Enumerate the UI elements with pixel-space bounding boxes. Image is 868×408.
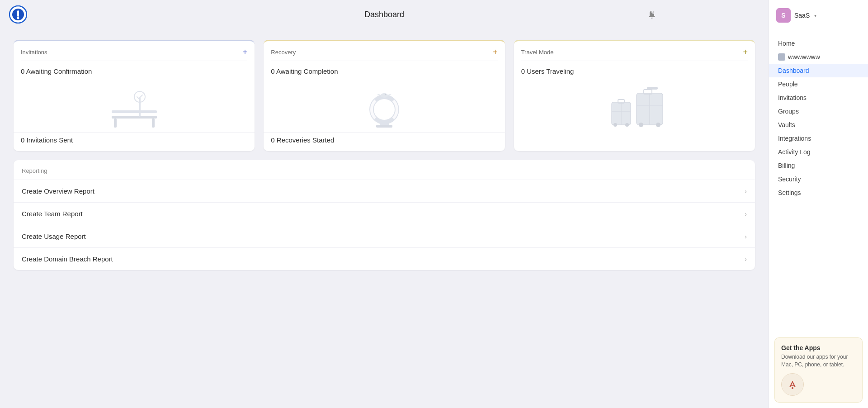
svg-point-23	[613, 123, 617, 127]
svg-rect-7	[112, 116, 157, 119]
svg-point-29	[639, 123, 643, 127]
svg-rect-14	[376, 125, 392, 128]
svg-point-30	[656, 123, 660, 127]
sidebar-item-billing[interactable]: Billing	[769, 159, 868, 172]
invitations-add-button[interactable]: +	[243, 47, 248, 57]
invitations-widget: Invitations + 0 Awaiting Confirmation	[14, 40, 255, 151]
chevron-down-icon: ▾	[814, 13, 816, 18]
create-overview-report-label: Create Overview Report	[22, 187, 94, 195]
sidebar-item-org[interactable]: wwwwwww	[769, 50, 868, 64]
sidebar-item-groups[interactable]: Groups	[769, 104, 868, 118]
travel-title: Travel Mode	[521, 49, 554, 56]
svg-point-18	[385, 94, 386, 95]
invitations-card-header: Invitations +	[14, 41, 255, 61]
get-apps-panel: Get the Apps Download our apps for your …	[774, 337, 863, 403]
dashboard-content: Invitations + 0 Awaiting Confirmation	[0, 29, 769, 408]
app-logo[interactable]	[9, 5, 27, 24]
recovery-awaiting-stat: 0 Awaiting Completion	[264, 61, 505, 78]
sidebar-item-invitations[interactable]: Invitations	[769, 91, 868, 104]
widgets-row: Invitations + 0 Awaiting Confirmation	[14, 40, 755, 151]
travel-widget: Travel Mode + 0 Users Traveling	[514, 40, 755, 151]
sidebar-header[interactable]: S SaaS ▾	[769, 0, 868, 31]
reporting-header: Reporting	[14, 160, 755, 180]
svg-rect-11	[139, 98, 141, 117]
main-content: Dashboard 0 Invitations + 0 Awaiting Con…	[0, 0, 769, 408]
svg-text:0: 0	[653, 11, 654, 14]
invitations-illustration	[14, 78, 255, 132]
create-usage-report-button[interactable]: Create Usage Report ›	[14, 225, 755, 248]
sidebar-item-home[interactable]: Home	[769, 37, 868, 50]
recovery-title: Recovery	[271, 49, 296, 56]
svg-point-24	[625, 123, 629, 127]
svg-point-4	[17, 17, 19, 19]
invitations-title: Invitations	[21, 49, 47, 56]
recovery-card-header: Recovery +	[264, 41, 505, 61]
app-store-icon[interactable]	[781, 373, 804, 396]
travel-illustration	[514, 78, 755, 132]
org-icon	[778, 53, 785, 61]
svg-rect-8	[114, 119, 117, 128]
page-title: Dashboard	[364, 10, 404, 19]
svg-rect-9	[152, 119, 155, 128]
travel-card-header: Travel Mode +	[514, 41, 755, 61]
sidebar-nav: Home wwwwwww Dashboard People Invitation…	[769, 31, 868, 332]
svg-rect-31	[647, 87, 658, 90]
recovery-illustration	[264, 78, 505, 132]
sidebar-item-settings[interactable]: Settings	[769, 186, 868, 199]
chevron-right-icon: ›	[745, 210, 747, 218]
notifications-bell[interactable]: 0	[644, 6, 660, 23]
get-apps-description: Download our apps for your Mac, PC, phon…	[781, 353, 856, 369]
sidebar-item-dashboard[interactable]: Dashboard	[769, 64, 868, 77]
sidebar-item-security[interactable]: Security	[769, 172, 868, 186]
sidebar-item-vaults[interactable]: Vaults	[769, 118, 868, 132]
avatar: S	[776, 8, 791, 23]
get-apps-title: Get the Apps	[781, 344, 856, 351]
recovery-add-button[interactable]: +	[493, 47, 498, 57]
account-name: SaaS	[794, 12, 810, 19]
sidebar-item-integrations[interactable]: Integrations	[769, 132, 868, 145]
svg-point-17	[381, 93, 388, 98]
recovery-started-stat: 0 Recoveries Started	[264, 132, 505, 151]
travel-traveling-stat: 0 Users Traveling	[514, 61, 755, 78]
create-usage-report-label: Create Usage Report	[22, 232, 86, 240]
svg-rect-10	[112, 110, 157, 113]
sidebar: S SaaS ▾ Home wwwwwww Dashboard People I…	[769, 0, 868, 408]
create-team-report-button[interactable]: Create Team Report ›	[14, 203, 755, 225]
chevron-right-icon: ›	[745, 256, 747, 263]
header: Dashboard 0	[0, 0, 769, 29]
create-overview-report-button[interactable]: Create Overview Report ›	[14, 180, 755, 203]
recovery-widget: Recovery + 0 Awaiting Completion	[264, 40, 505, 151]
invitations-sent-stat: 0 Invitations Sent	[14, 132, 255, 151]
travel-add-button[interactable]: +	[743, 47, 748, 57]
create-domain-breach-report-button[interactable]: Create Domain Breach Report ›	[14, 248, 755, 270]
invitations-awaiting-stat: 0 Awaiting Confirmation	[14, 61, 255, 78]
reporting-widget: Reporting Create Overview Report › Creat…	[14, 160, 755, 270]
create-team-report-label: Create Team Report	[22, 210, 83, 218]
chevron-right-icon: ›	[745, 233, 747, 240]
sidebar-org-name: wwwwwww	[788, 53, 820, 61]
sidebar-item-people[interactable]: People	[769, 77, 868, 91]
svg-rect-3	[17, 10, 19, 17]
svg-point-0	[792, 387, 793, 389]
create-domain-breach-report-label: Create Domain Breach Report	[22, 255, 113, 263]
sidebar-item-activity-log[interactable]: Activity Log	[769, 145, 868, 159]
chevron-right-icon: ›	[745, 188, 747, 195]
